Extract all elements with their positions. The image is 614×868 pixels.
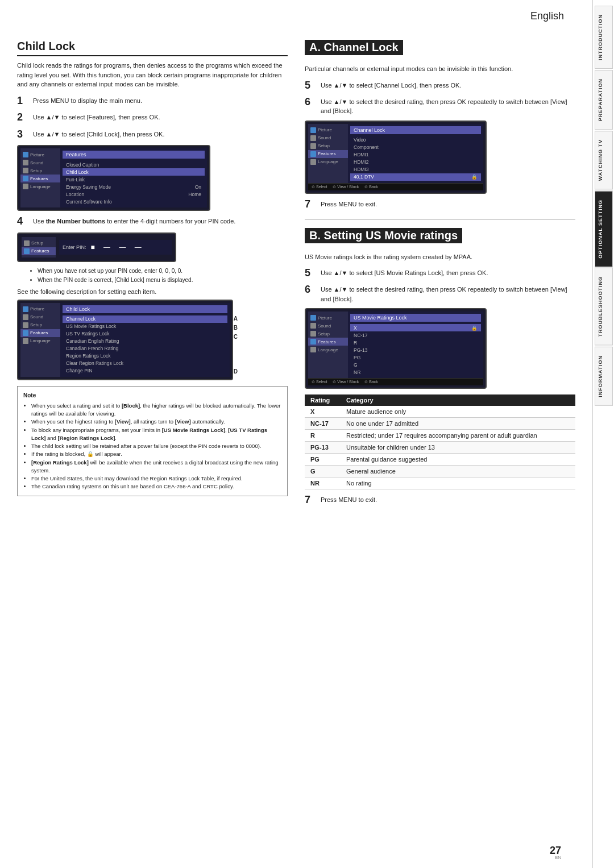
category-pg: Parental guidance suggested: [341, 454, 575, 466]
features-list: Features Closed Caption Child Lock Fun-L…: [60, 148, 207, 207]
features-item-energy: Energy Saving ModeOn: [63, 183, 205, 190]
mr-pg: PG: [350, 354, 481, 361]
mr-language: Language: [308, 346, 348, 354]
right-step-7b-text: Press MENU to exit.: [321, 494, 377, 505]
child-lock-menu-left: Picture Sound Setup: [20, 303, 60, 377]
cl-menu-picture: Picture: [20, 305, 60, 313]
rating-x: X: [305, 406, 341, 418]
section-divider: [305, 219, 575, 219]
sidebar-tab-watching[interactable]: WATCHING TV: [595, 131, 613, 189]
screen-menu-left: Picture Sound Setup: [20, 148, 60, 207]
table-row: NR No rating: [305, 477, 575, 489]
chl-features: Features: [308, 150, 348, 158]
mr-picture-icon: [310, 315, 316, 321]
sidebar-tab-optional[interactable]: OPTIONAL SETTING: [595, 191, 613, 267]
note-bullet-5: If the rating is blocked, 🔒 will appear.: [31, 450, 281, 458]
category-nc17: No one under 17 admitted: [341, 418, 575, 430]
note-bullet-8: The Canadian rating systems on this unit…: [31, 483, 281, 491]
mr-features-icon: [310, 339, 316, 344]
right-step-5a-text: Use ▲/▼ to select [Channel Lock], then p…: [321, 80, 461, 90]
right-step-6b-num: 6: [305, 284, 316, 296]
right-step-7b-num: 7: [305, 494, 316, 506]
right-step-5b-text: Use ▲/▼ to select [US Movie Ratings Lock…: [321, 267, 488, 278]
rating-pg: PG: [305, 454, 341, 466]
movie-ratings-screen: Picture Sound Setup: [305, 308, 487, 389]
language-label: English: [530, 10, 564, 22]
pin-menu-left: Setup Features: [22, 237, 56, 258]
cl-sound-icon: [23, 314, 28, 320]
mr-select-hint: ⊙ Select: [312, 380, 327, 384]
pin-features-icon: [24, 248, 30, 254]
movie-ratings-title-bar: US Movie Ratings Lock: [350, 314, 481, 322]
category-x: Mature audience only: [341, 406, 575, 418]
step-3: 3 Use ▲/▼ to select [Child Lock], then p…: [17, 128, 288, 141]
step-4-text: Use the Number buttons to enter the 4-di…: [33, 215, 235, 226]
chl-features-icon: [310, 151, 316, 157]
channel-lock-screen: Picture Sound Setup: [305, 121, 487, 194]
pin-bullet-2: When the PIN code is correct, [Child Loc…: [38, 276, 288, 285]
features-title-bar: Features: [63, 151, 205, 159]
cl-menu-language: Language: [20, 337, 60, 345]
chl-picture-icon: [310, 127, 316, 133]
child-lock-title-bar: Child Lock: [63, 305, 227, 313]
mr-r: R: [350, 339, 481, 346]
chl-language: Language: [308, 158, 348, 166]
pin-entry-screen: Setup Features Enter PIN: ■ — — —: [17, 232, 176, 262]
mr-setup: Setup: [308, 330, 348, 338]
pin-bullets: When you have not set up your PIN code, …: [28, 267, 288, 285]
picture-icon: [23, 152, 28, 157]
cl-channel-lock: Channel Lock: [63, 315, 227, 323]
child-lock-list: Child Lock Channel Lock A US Movie Ratin…: [60, 303, 230, 377]
right-step-6a-text: Use ▲/▼ to select the desired rating, th…: [321, 96, 575, 116]
cl-clear-region: Clear Region Ratings Lock: [63, 360, 227, 367]
step-1-num: 1: [17, 95, 28, 107]
features-item-child-lock: Child Lock: [63, 168, 205, 176]
note-bullets: When you select a rating and set it to […: [23, 402, 281, 491]
features-menu-screen: Picture Sound Setup: [17, 145, 210, 211]
channel-lock-bottom-bar: ⊙ Select ⊙ View / Block ⊙ Back: [308, 183, 483, 190]
child-lock-menu-screen: Picture Sound Setup: [17, 300, 233, 380]
mr-nr: NR: [350, 368, 481, 376]
chl-hdmi3: HDMI3: [350, 166, 481, 173]
sound-icon: [23, 160, 28, 165]
note-bullet-2: When you set the highest rating to [View…: [31, 418, 281, 426]
chl-component: Component: [350, 144, 481, 151]
cl-label-a: A: [234, 315, 238, 322]
pin-label: Enter PIN:: [63, 244, 86, 250]
note-box: Note When you select a rating and set it…: [17, 386, 288, 496]
step-4: 4 Use the Number buttons to enter the 4-…: [17, 215, 288, 228]
category-pg13: Unsuitable for children under 13: [341, 442, 575, 454]
mr-g: G: [350, 361, 481, 368]
chl-picture: Picture: [308, 126, 348, 134]
mr-setup-icon: [310, 331, 316, 337]
cl-us-tv: US TV Ratings Lock: [63, 330, 227, 338]
chl-hdmi2: HDMI2: [350, 159, 481, 166]
chl-select-hint: ⊙ Select: [312, 185, 327, 189]
rating-table-header-category: Category: [341, 394, 575, 406]
right-column: A. Channel Lock Particular channels or e…: [305, 40, 575, 510]
sidebar-tab-introduction[interactable]: INTRODUCTION: [595, 6, 613, 69]
table-row: PG Parental guidance suggested: [305, 454, 575, 466]
chl-sound-icon: [310, 135, 316, 141]
menu-item-sound: Sound: [20, 159, 60, 167]
menu-item-picture: Picture: [20, 151, 60, 159]
mr-sound-icon: [310, 323, 316, 329]
chl-hdmi1: HDMI1: [350, 151, 481, 159]
chl-view-block-hint: ⊙ View / Block: [333, 185, 359, 189]
child-lock-description: Child lock reads the ratings for program…: [17, 61, 288, 89]
movie-ratings-title: B. Setting US Movie ratings: [305, 228, 462, 243]
rating-table: Rating Category X Mature audience only N…: [305, 394, 575, 489]
page-en: EN: [555, 855, 561, 860]
right-step-6b: 6 Use ▲/▼ to select the desired rating, …: [305, 284, 575, 304]
section-b: B. Setting US Movie ratings US Movie rat…: [305, 228, 575, 506]
features-item-closed-caption: Closed Caption: [63, 161, 205, 168]
sidebar-tab-troubleshooting[interactable]: TROUBLESHOOTING: [595, 268, 613, 346]
see-following-text: See the following description for settin…: [17, 288, 288, 295]
category-g: General audience: [341, 466, 575, 477]
right-step-7a-num: 7: [305, 198, 316, 210]
channel-lock-desc: Particular channels or external input mo…: [305, 64, 575, 74]
sidebar-tab-preparation[interactable]: PREPARATION: [595, 70, 613, 130]
sidebar-tab-information[interactable]: INFORMATION: [595, 347, 613, 406]
movie-ratings-bottom-bar: ⊙ Select ⊙ View / Block ⊙ Back: [308, 378, 483, 385]
note-bullet-3: To block any inappropriate programs, set…: [31, 426, 281, 443]
